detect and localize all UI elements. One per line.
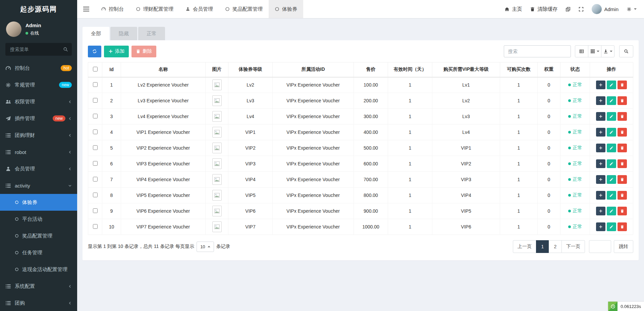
broken-image-icon[interactable] (212, 190, 222, 201)
edit-button[interactable] (607, 159, 616, 168)
delete-row-button[interactable] (618, 159, 627, 168)
columns-button[interactable] (588, 45, 601, 57)
column-header[interactable]: 图片 (206, 62, 228, 77)
sidebar-item-auth[interactable]: 权限管理 (0, 93, 77, 110)
debug-time-badge[interactable]: 0.061223s (608, 302, 644, 311)
row-checkbox[interactable] (93, 224, 98, 229)
column-header[interactable]: 有效时间（天） (388, 62, 432, 77)
filter-tab-all[interactable]: 全部 (83, 27, 109, 40)
expand-row-button[interactable] (596, 128, 605, 137)
toggle-view-button[interactable] (575, 45, 588, 57)
edit-button[interactable] (607, 175, 616, 184)
column-header[interactable]: Id (102, 62, 121, 77)
export-button[interactable] (601, 45, 614, 57)
admin-user-menu[interactable]: Admin (592, 4, 619, 14)
sidebar-item-member[interactable]: 会员管理 (0, 160, 77, 177)
sidebar-item-robot[interactable]: robot (0, 144, 77, 160)
sidebar-item-addon[interactable]: 插件管理new (0, 110, 77, 127)
clear-cache-link[interactable]: 清除缓存 (530, 6, 557, 12)
copy-icon[interactable] (566, 7, 571, 12)
nav-tab-finance-config[interactable]: 理财配置管理 (130, 0, 179, 18)
menu-search-input[interactable] (5, 43, 72, 56)
add-button[interactable]: 添加 (104, 46, 129, 57)
row-checkbox[interactable] (93, 129, 98, 134)
column-header[interactable]: 可购买次数 (500, 62, 538, 77)
broken-image-icon[interactable] (212, 158, 222, 169)
delete-row-button[interactable] (618, 81, 627, 89)
column-header[interactable]: 权重 (538, 62, 560, 77)
filter-tab-hidden[interactable]: 隐藏 (110, 27, 137, 40)
delete-row-button[interactable] (618, 175, 627, 184)
broken-image-icon[interactable] (212, 221, 222, 232)
sidebar-item-system-config[interactable]: 系统配置 (0, 278, 77, 295)
sidebar-subitem-voucher[interactable]: 体验券 (0, 194, 77, 211)
expand-row-button[interactable] (596, 144, 605, 152)
sidebar-item-groupbuy[interactable]: 团购 (0, 295, 77, 311)
expand-row-button[interactable] (596, 159, 605, 168)
row-checkbox[interactable] (93, 193, 98, 197)
edit-button[interactable] (607, 222, 616, 231)
delete-row-button[interactable] (618, 222, 627, 231)
nav-tab-dashboard[interactable]: 控制台 (95, 0, 130, 18)
broken-image-icon[interactable] (212, 174, 222, 185)
sidebar-item-general[interactable]: 常规管理new (0, 76, 77, 93)
sidebar-subitem-prize-config[interactable]: 奖品配置管理 (0, 227, 77, 244)
nav-tab-prize-config[interactable]: 奖品配置管理 (219, 0, 269, 18)
broken-image-icon[interactable] (212, 143, 222, 153)
expand-row-button[interactable] (596, 81, 605, 89)
nav-tab-member[interactable]: 会员管理 (179, 0, 219, 18)
advanced-search-button[interactable] (619, 45, 633, 57)
column-header[interactable]: 名称 (121, 62, 206, 77)
row-checkbox[interactable] (93, 82, 98, 87)
settings-menu[interactable] (627, 7, 637, 12)
sidebar-item-groupbuy-finance[interactable]: 团购理财 (0, 127, 77, 144)
select-all-checkbox[interactable] (93, 67, 98, 71)
edit-button[interactable] (607, 191, 616, 200)
page-button-1[interactable]: 1 (536, 240, 549, 253)
page-button-2[interactable]: 2 (549, 240, 562, 253)
jump-page-input[interactable] (589, 240, 611, 253)
delete-row-button[interactable] (618, 144, 627, 152)
broken-image-icon[interactable] (212, 80, 222, 90)
hamburger-menu-icon[interactable] (77, 0, 95, 18)
edit-button[interactable] (607, 128, 616, 137)
table-search-input[interactable] (504, 45, 571, 57)
row-checkbox[interactable] (93, 208, 98, 213)
row-checkbox[interactable] (93, 177, 98, 182)
row-checkbox[interactable] (93, 98, 98, 103)
sidebar-subitem-task[interactable]: 任务管理 (0, 244, 77, 261)
sidebar-subitem-platform-activity[interactable]: 平台活动 (0, 211, 77, 227)
delete-row-button[interactable] (618, 128, 627, 137)
home-link[interactable]: 主页 (504, 6, 522, 12)
delete-row-button[interactable] (618, 112, 627, 121)
expand-row-button[interactable] (596, 191, 605, 200)
expand-row-button[interactable] (596, 222, 605, 231)
delete-row-button[interactable] (618, 96, 627, 105)
row-checkbox[interactable] (93, 161, 98, 166)
filter-tab-normal[interactable]: 正常 (138, 27, 165, 40)
column-header[interactable]: 购买所需VIP最大等级 (432, 62, 500, 77)
sidebar-subitem-cash-gift-config[interactable]: 送现金活动配置管理 (0, 261, 77, 278)
broken-image-icon[interactable] (212, 95, 222, 106)
column-header[interactable]: 操作 (590, 62, 633, 77)
user-avatar[interactable] (6, 21, 21, 37)
fullscreen-icon[interactable] (579, 7, 584, 12)
sidebar-item-dashboard[interactable]: 控制台hot (0, 60, 77, 76)
delete-row-button[interactable] (618, 191, 627, 200)
search-icon[interactable] (63, 47, 68, 52)
edit-button[interactable] (607, 112, 616, 121)
edit-button[interactable] (607, 96, 616, 105)
column-header[interactable]: 状态 (560, 62, 590, 77)
edit-button[interactable] (607, 144, 616, 152)
broken-image-icon[interactable] (212, 206, 222, 216)
broken-image-icon[interactable] (212, 127, 222, 138)
expand-row-button[interactable] (596, 175, 605, 184)
refresh-button[interactable] (88, 46, 101, 57)
prev-page-button[interactable]: 上一页 (513, 240, 536, 253)
page-size-select[interactable]: 10 (197, 242, 214, 252)
edit-button[interactable] (607, 81, 616, 89)
edit-button[interactable] (607, 207, 616, 215)
delete-row-button[interactable] (618, 207, 627, 215)
expand-row-button[interactable] (596, 207, 605, 215)
expand-row-button[interactable] (596, 96, 605, 105)
